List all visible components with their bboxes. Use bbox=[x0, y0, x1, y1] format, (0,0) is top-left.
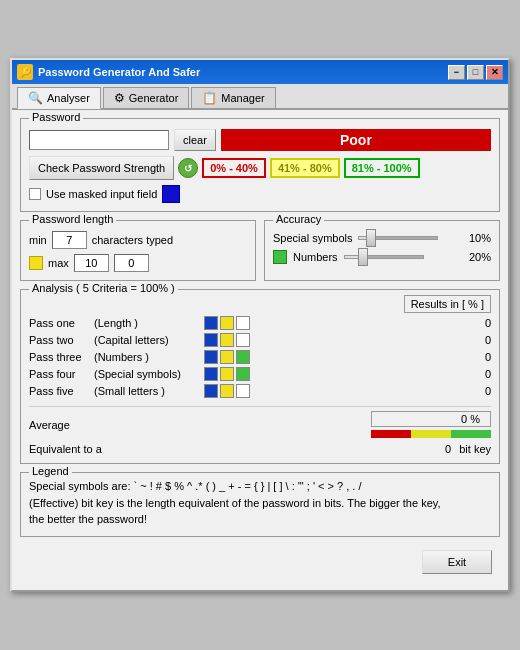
analysis-group: Analysis ( 5 Criteria = 100% ) Results i… bbox=[20, 289, 500, 464]
pass-five-result: 0 bbox=[441, 385, 491, 397]
pass-four-blocks bbox=[204, 367, 441, 381]
footer: Exit bbox=[20, 545, 500, 582]
block-white bbox=[236, 316, 250, 330]
bar-red bbox=[371, 430, 411, 438]
pass-two-criteria: (Capital letters) bbox=[94, 334, 204, 346]
password-input-row: clear Poor bbox=[29, 129, 491, 151]
color-swatch bbox=[162, 185, 180, 203]
table-row: Pass four (Special symbols) 0 bbox=[29, 367, 491, 381]
pass-two-result: 0 bbox=[441, 334, 491, 346]
min-row: min characters typed bbox=[29, 231, 247, 249]
pass-four-result: 0 bbox=[441, 368, 491, 380]
min-input[interactable] bbox=[52, 231, 87, 249]
masked-checkbox[interactable] bbox=[29, 188, 41, 200]
block-blue bbox=[204, 316, 218, 330]
legend-group-label: Legend bbox=[29, 465, 72, 477]
legend-line2: (Effective) bit key is the length equiva… bbox=[29, 495, 491, 512]
accuracy-panel-label: Accuracy bbox=[273, 213, 324, 225]
average-label: Average bbox=[29, 419, 94, 431]
tab-analyser-label: Analyser bbox=[47, 92, 90, 104]
tab-bar: 🔍 Analyser ⚙ Generator 📋 Manager bbox=[12, 84, 508, 110]
max-label: max bbox=[48, 257, 69, 269]
tab-analyser[interactable]: 🔍 Analyser bbox=[17, 87, 101, 109]
characters-typed-label: characters typed bbox=[92, 234, 173, 246]
special-label: Special symbols bbox=[273, 232, 352, 244]
min-label: min bbox=[29, 234, 47, 246]
block-yellow bbox=[220, 384, 234, 398]
equiv-value: 0 bbox=[445, 443, 451, 455]
refresh-icon[interactable]: ↺ bbox=[178, 158, 198, 178]
bar-yellow bbox=[411, 430, 451, 438]
max-row: max bbox=[29, 254, 247, 272]
restore-button[interactable]: □ bbox=[467, 65, 484, 80]
window-title: Password Generator And Safer bbox=[38, 66, 200, 78]
pass-two-name: Pass two bbox=[29, 334, 94, 346]
password-group-label: Password bbox=[29, 111, 83, 123]
analyser-icon: 🔍 bbox=[28, 91, 43, 105]
pass-four-name: Pass four bbox=[29, 368, 94, 380]
legend-group: Legend Special symbols are: ` ~ ! # $ % … bbox=[20, 472, 500, 537]
yellow-swatch bbox=[29, 256, 43, 270]
table-row: Pass one (Length ) 0 bbox=[29, 316, 491, 330]
block-yellow bbox=[220, 367, 234, 381]
tab-manager-label: Manager bbox=[221, 92, 264, 104]
clear-button[interactable]: clear bbox=[174, 129, 216, 151]
minimize-button[interactable]: − bbox=[448, 65, 465, 80]
numbers-slider[interactable] bbox=[344, 255, 424, 259]
table-row: Pass two (Capital letters) 0 bbox=[29, 333, 491, 347]
pass-three-criteria: (Numbers ) bbox=[94, 351, 204, 363]
block-blue bbox=[204, 384, 218, 398]
numbers-row: Numbers 20% bbox=[273, 250, 491, 264]
generator-icon: ⚙ bbox=[114, 91, 125, 105]
block-blue bbox=[204, 350, 218, 364]
tab-manager[interactable]: 📋 Manager bbox=[191, 87, 275, 108]
password-input[interactable] bbox=[29, 130, 169, 150]
results-header: Results in [ % ] bbox=[404, 295, 491, 313]
typed-input[interactable] bbox=[114, 254, 149, 272]
block-white bbox=[236, 333, 250, 347]
numbers-pct: 20% bbox=[469, 251, 491, 263]
content-area: Password clear Poor Check Password Stren… bbox=[12, 110, 508, 590]
strength-good-box: 81% - 100% bbox=[344, 158, 420, 178]
check-strength-button[interactable]: Check Password Strength bbox=[29, 156, 174, 180]
length-panel-label: Password length bbox=[29, 213, 116, 225]
legend-line1: Special symbols are: ` ~ ! # $ % ^ .* ( … bbox=[29, 478, 491, 495]
special-row: Special symbols 10% bbox=[273, 232, 491, 244]
block-blue bbox=[204, 333, 218, 347]
pass-one-blocks bbox=[204, 316, 441, 330]
exit-button[interactable]: Exit bbox=[422, 550, 492, 574]
special-slider-container bbox=[358, 236, 462, 240]
pass-three-result: 0 bbox=[441, 351, 491, 363]
block-yellow bbox=[220, 333, 234, 347]
numbers-slider-container bbox=[344, 255, 463, 259]
password-length-panel: Password length min characters typed max bbox=[20, 220, 256, 281]
block-green bbox=[236, 367, 250, 381]
manager-icon: 📋 bbox=[202, 91, 217, 105]
close-button[interactable]: ✕ bbox=[486, 65, 503, 80]
equiv-label: Equivalent to a bbox=[29, 443, 129, 455]
special-slider[interactable] bbox=[358, 236, 438, 240]
analysis-header: Results in [ % ] bbox=[29, 295, 491, 313]
average-value: 0 % bbox=[371, 411, 491, 427]
two-panel: Password length min characters typed max… bbox=[20, 220, 500, 281]
equiv-row: Equivalent to a 0 bit key bbox=[29, 443, 491, 455]
average-row: Average 0 % bbox=[29, 406, 491, 438]
analysis-group-label: Analysis ( 5 Criteria = 100% ) bbox=[29, 282, 178, 294]
pass-three-blocks bbox=[204, 350, 441, 364]
block-white bbox=[236, 384, 250, 398]
pass-five-name: Pass five bbox=[29, 385, 94, 397]
block-green bbox=[236, 350, 250, 364]
block-yellow bbox=[220, 350, 234, 364]
numbers-swatch bbox=[273, 250, 287, 264]
equiv-unit: bit key bbox=[459, 443, 491, 455]
pass-five-blocks bbox=[204, 384, 441, 398]
pass-one-name: Pass one bbox=[29, 317, 94, 329]
strength-poor-box: 0% - 40% bbox=[202, 158, 266, 178]
tab-generator[interactable]: ⚙ Generator bbox=[103, 87, 190, 108]
max-input[interactable] bbox=[74, 254, 109, 272]
title-bar: 🔑 Password Generator And Safer − □ ✕ bbox=[12, 60, 508, 84]
strength-medium-box: 41% - 80% bbox=[270, 158, 340, 178]
numbers-label: Numbers bbox=[293, 251, 338, 263]
main-window: 🔑 Password Generator And Safer − □ ✕ 🔍 A… bbox=[10, 58, 510, 592]
legend-text: Special symbols are: ` ~ ! # $ % ^ .* ( … bbox=[29, 478, 491, 528]
